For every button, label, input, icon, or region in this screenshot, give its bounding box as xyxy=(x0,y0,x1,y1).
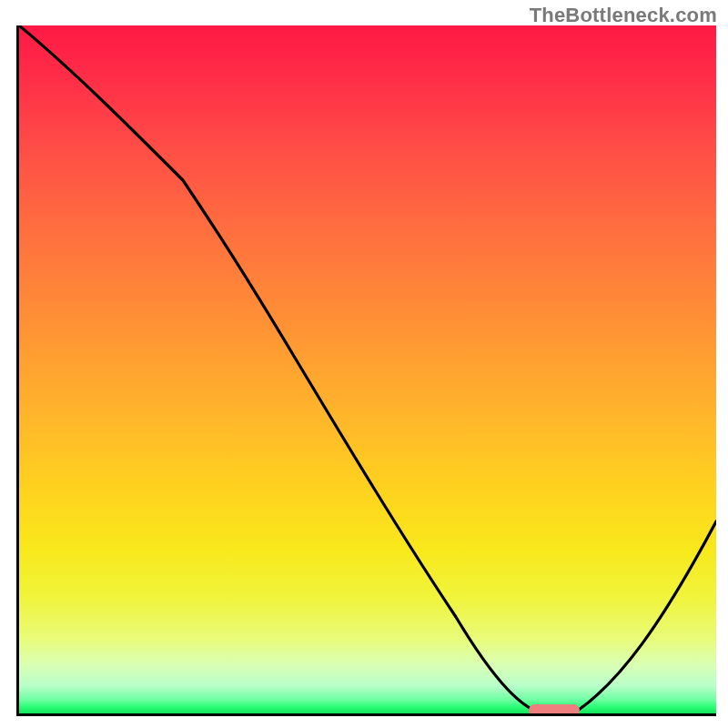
bottleneck-curve xyxy=(19,25,716,713)
curve-path xyxy=(19,25,716,710)
optimal-marker xyxy=(529,704,580,713)
watermark-text: TheBottleneck.com xyxy=(530,4,717,27)
plot-area xyxy=(16,25,716,716)
chart-frame: TheBottleneck.com xyxy=(0,0,728,728)
